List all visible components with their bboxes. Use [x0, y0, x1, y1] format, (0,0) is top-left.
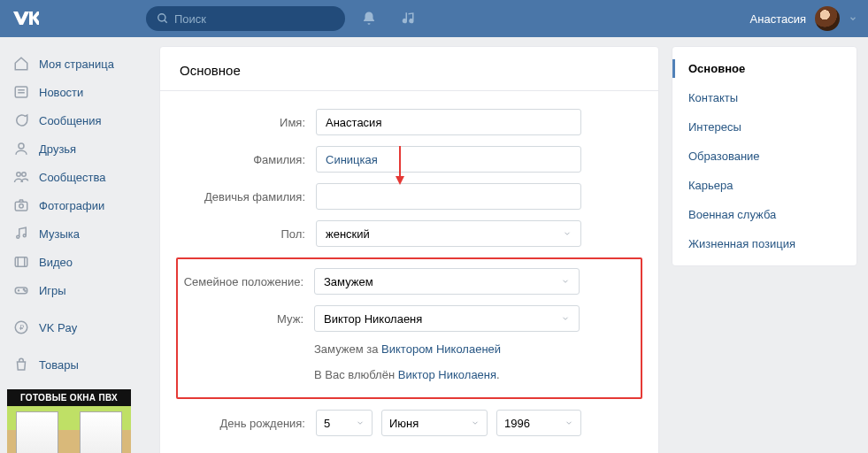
- friends-icon: [12, 140, 30, 157]
- ad-banner[interactable]: ГОТОВЫЕ ОКНА ПВХ: [7, 389, 131, 453]
- nav-my-page[interactable]: Моя страница: [7, 50, 147, 78]
- svg-point-5: [19, 143, 24, 149]
- nav-news[interactable]: Новости: [7, 78, 147, 106]
- chevron-down-icon: [471, 418, 480, 427]
- news-icon: [12, 83, 30, 101]
- svg-point-7: [22, 173, 27, 177]
- page-title: Основное: [160, 47, 658, 91]
- nav-communities[interactable]: Сообщества: [7, 163, 147, 191]
- tab-education[interactable]: Образование: [672, 142, 856, 171]
- label-marital: Семейное положение:: [178, 275, 303, 288]
- profile-menu[interactable]: Анастасия: [750, 6, 857, 31]
- avatar: [815, 6, 840, 31]
- highlight-annotation: Семейное положение: Замужем Муж: Виктор …: [176, 257, 642, 399]
- tab-military[interactable]: Военная служба: [672, 200, 856, 229]
- svg-point-6: [17, 173, 21, 177]
- tab-contacts[interactable]: Контакты: [672, 83, 856, 112]
- tab-interests[interactable]: Интересы: [672, 112, 856, 142]
- tab-basic[interactable]: Основное: [672, 54, 856, 83]
- username: Анастасия: [750, 12, 806, 26]
- input-surname[interactable]: [316, 146, 581, 173]
- chevron-down-icon: [561, 314, 570, 323]
- nav-messages[interactable]: Сообщения: [7, 106, 147, 134]
- chevron-down-icon: [356, 418, 365, 427]
- select-marital[interactable]: Замужем: [314, 268, 580, 295]
- ad-image: [7, 406, 131, 453]
- main-panel: Основное Имя: Фамилия: Девичья фамилия:: [159, 46, 659, 453]
- svg-point-0: [158, 14, 165, 21]
- search-icon: [157, 12, 169, 25]
- nav-photos[interactable]: Фотографии: [7, 191, 147, 219]
- notifications-icon[interactable]: [361, 11, 377, 27]
- music-icon[interactable]: [402, 11, 418, 27]
- message-icon: [12, 111, 30, 129]
- select-dob-year[interactable]: 1996: [496, 410, 581, 436]
- chevron-down-icon: [849, 14, 857, 23]
- label-spouse: Муж:: [178, 312, 303, 326]
- nav-music[interactable]: Музыка: [7, 219, 147, 248]
- tab-life-position[interactable]: Жизненная позиция: [672, 229, 856, 258]
- vk-logo[interactable]: [7, 11, 47, 27]
- label-maiden: Девичья фамилия:: [180, 190, 305, 203]
- nav-vkpay[interactable]: ₽VK Pay: [7, 313, 147, 342]
- svg-rect-12: [15, 257, 27, 267]
- ad-title: ГОТОВЫЕ ОКНА ПВХ: [7, 389, 131, 406]
- search-box[interactable]: [146, 6, 345, 31]
- nav-games[interactable]: Игры: [7, 276, 147, 304]
- input-name[interactable]: [316, 109, 581, 135]
- input-maiden[interactable]: [316, 183, 581, 210]
- label-dob: День рождения:: [180, 417, 305, 430]
- groups-icon: [12, 168, 30, 186]
- label-sex: Пол:: [180, 227, 305, 241]
- label-surname: Фамилия:: [180, 153, 305, 166]
- select-dob-month[interactable]: Июня: [381, 410, 488, 436]
- chevron-down-icon: [561, 277, 570, 286]
- inlove-line: В Вас влюблён Виктор Николаеня.: [314, 368, 641, 381]
- chevron-down-icon: [565, 418, 573, 427]
- svg-point-11: [23, 234, 26, 237]
- svg-point-19: [25, 290, 26, 291]
- home-icon: [12, 55, 30, 73]
- nav-video[interactable]: Видео: [7, 248, 147, 276]
- svg-point-10: [17, 235, 19, 238]
- label-name: Имя:: [180, 116, 305, 129]
- video-icon: [12, 253, 30, 271]
- select-sex[interactable]: женский: [316, 220, 581, 247]
- pay-icon: ₽: [12, 319, 30, 336]
- nav-friends[interactable]: Друзья: [7, 134, 147, 163]
- music-note-icon: [12, 225, 30, 242]
- gamepad-icon: [12, 281, 30, 299]
- svg-line-1: [165, 20, 167, 23]
- svg-rect-8: [15, 202, 27, 211]
- married-to-line: Замужем за Виктором Николаеней: [314, 342, 641, 356]
- bag-icon: [12, 356, 30, 373]
- tab-career[interactable]: Карьера: [672, 171, 856, 200]
- svg-text:₽: ₽: [19, 324, 24, 332]
- nav-market[interactable]: Товары: [7, 350, 147, 379]
- svg-point-18: [23, 289, 24, 290]
- select-dob-day[interactable]: 5: [316, 410, 373, 436]
- settings-tabs: Основное Контакты Интересы Образование К…: [672, 46, 857, 266]
- svg-point-9: [19, 204, 24, 209]
- chevron-down-icon: [563, 229, 572, 238]
- app-header: Анастасия: [0, 0, 868, 37]
- select-spouse[interactable]: Виктор Николаеня: [314, 305, 580, 332]
- link-married-to[interactable]: Виктором Николаеней: [381, 342, 501, 356]
- left-nav: Моя страница Новости Сообщения Друзья Со…: [7, 46, 147, 453]
- search-input[interactable]: [174, 12, 334, 26]
- camera-icon: [12, 196, 30, 214]
- link-inlove[interactable]: Виктор Николаеня: [398, 368, 496, 381]
